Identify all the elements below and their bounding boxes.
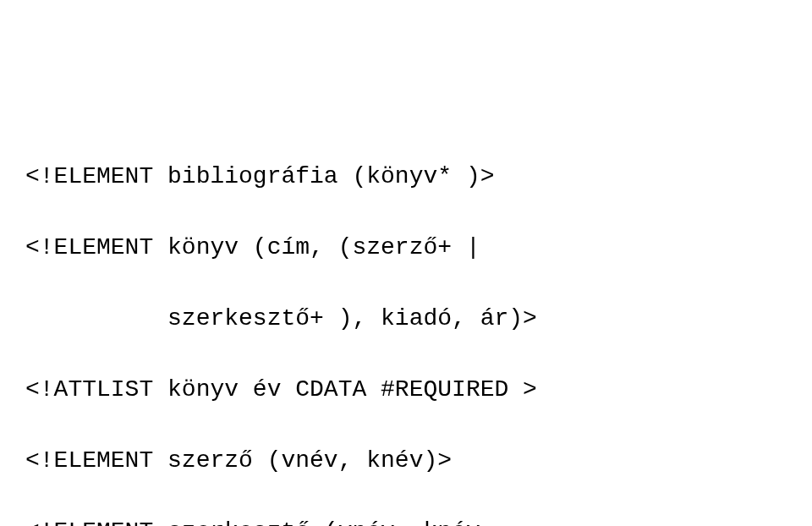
- code-line: <!ELEMENT bibliográfia (könyv* )>: [25, 159, 787, 195]
- code-line: <!ELEMENT szerkesztő (vnév, knév,: [25, 514, 787, 526]
- dtd-code-block: <!ELEMENT bibliográfia (könyv* )> <!ELEM…: [25, 123, 787, 526]
- code-line: <!ATTLIST könyv év CDATA #REQUIRED >: [25, 372, 787, 408]
- code-line: <!ELEMENT szerző (vnév, knév)>: [25, 443, 787, 479]
- code-line: <!ELEMENT könyv (cím, (szerző+ |: [25, 230, 787, 266]
- code-line: szerkesztő+ ), kiadó, ár)>: [25, 301, 787, 337]
